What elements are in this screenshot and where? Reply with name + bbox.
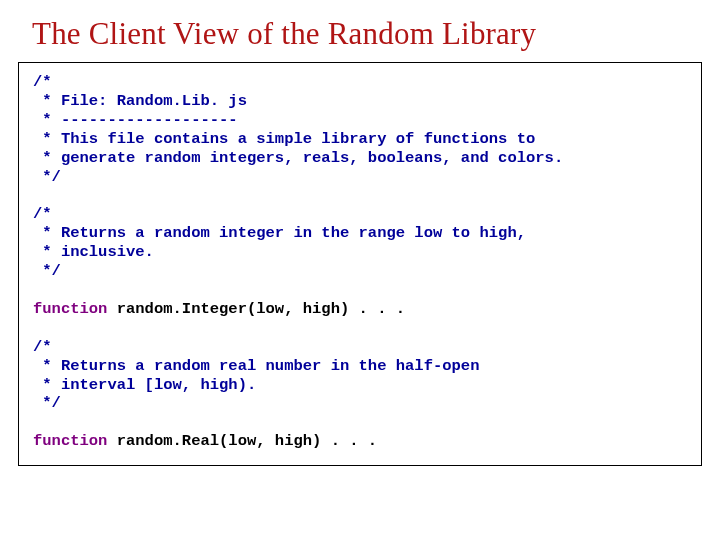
blank-1 bbox=[33, 186, 687, 205]
code-comment-1: /* * File: Random.Lib. js * ------------… bbox=[33, 73, 687, 186]
code-comment-3: /* * Returns a random real number in the… bbox=[33, 338, 687, 414]
slide-title: The Client View of the Random Library bbox=[0, 0, 720, 62]
keyword-function-2: function bbox=[33, 432, 117, 450]
func-signature-2: random.Real(low, high) . . . bbox=[117, 432, 377, 450]
blank-3 bbox=[33, 319, 687, 338]
code-comment-2: /* * Returns a random integer in the ran… bbox=[33, 205, 687, 281]
keyword-function-1: function bbox=[33, 300, 117, 318]
code-box: /* * File: Random.Lib. js * ------------… bbox=[18, 62, 702, 466]
blank-2 bbox=[33, 281, 687, 300]
code-func-1: function random.Integer(low, high) . . . bbox=[33, 300, 687, 319]
func-signature-1: random.Integer(low, high) . . . bbox=[117, 300, 405, 318]
slide: The Client View of the Random Library /*… bbox=[0, 0, 720, 540]
code-func-2: function random.Real(low, high) . . . bbox=[33, 432, 687, 451]
blank-4 bbox=[33, 413, 687, 432]
